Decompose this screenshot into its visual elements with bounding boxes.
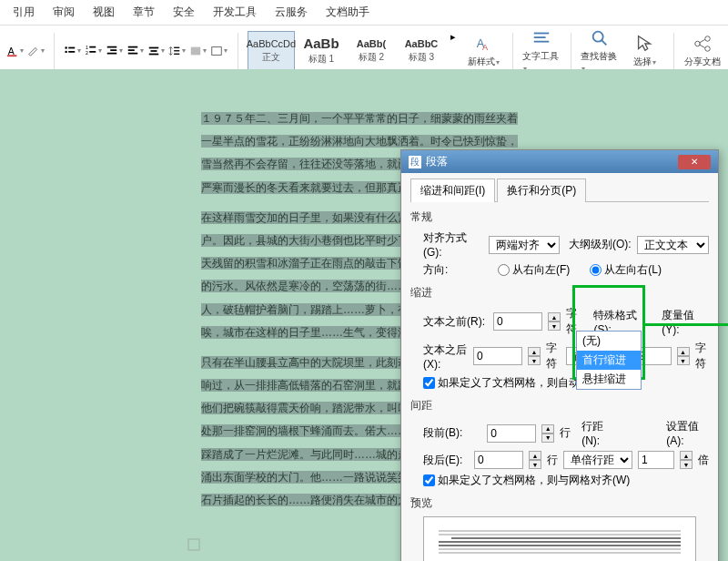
tab-line-page[interactable]: 换行和分页(P) — [497, 178, 586, 202]
indent-after-input[interactable] — [473, 347, 522, 365]
svg-rect-7 — [90, 46, 96, 47]
share-button[interactable]: 分享文档 — [683, 34, 723, 68]
page-tab-icon — [187, 537, 201, 552]
set-value-label: 设置值(A): — [666, 419, 709, 447]
align-label: 对齐方式(G): — [423, 230, 483, 259]
svg-rect-26 — [534, 33, 550, 35]
direction-label: 方向: — [423, 262, 492, 278]
spacing-before-input[interactable] — [487, 424, 536, 443]
align-icon[interactable] — [147, 42, 166, 60]
line-spacing-select[interactable]: 单倍行距 — [563, 451, 632, 469]
dropdown-item-first[interactable]: 首行缩进 — [577, 351, 641, 370]
style-item-h2[interactable]: AaBb(标题 2 — [348, 31, 395, 71]
number-list-icon[interactable]: 12 — [85, 42, 103, 60]
svg-rect-9 — [90, 51, 96, 53]
menu-tab-security[interactable]: 安全 — [164, 2, 204, 23]
select-button[interactable]: 选择 — [625, 34, 664, 68]
menu-tab-chapter[interactable]: 章节 — [124, 2, 164, 23]
menu-tab-devtools[interactable]: 开发工具 — [204, 2, 266, 23]
dropdown-item-hang[interactable]: 悬挂缩进 — [577, 370, 641, 389]
svg-rect-27 — [534, 36, 546, 38]
svg-rect-16 — [149, 46, 159, 48]
svg-point-4 — [66, 50, 67, 52]
set-value-input[interactable] — [638, 451, 674, 469]
svg-rect-5 — [69, 51, 76, 53]
unit-char3: 字符 — [695, 341, 709, 372]
svg-rect-10 — [107, 46, 117, 47]
menu-tabs: 引用 审阅 视图 章节 安全 开发工具 云服务 文档助手 — [0, 0, 728, 26]
amount-label: 度量值(Y): — [662, 308, 709, 336]
indent-left-icon[interactable] — [126, 42, 145, 60]
svg-rect-3 — [69, 46, 76, 48]
style-item-h3[interactable]: AaBbC标题 3 — [398, 31, 445, 71]
spin-up[interactable]: ▲ — [528, 347, 541, 356]
svg-rect-1 — [6, 55, 16, 56]
indent-right-icon[interactable] — [106, 42, 124, 60]
find-replace-button[interactable]: 查找替换 — [581, 28, 620, 73]
svg-rect-33 — [188, 539, 199, 550]
paragraph-group: 12 — [64, 42, 228, 60]
menu-tab-review[interactable]: 审阅 — [44, 2, 84, 23]
svg-text:A: A — [483, 43, 490, 52]
indent-after-label: 文本之后(X): — [423, 342, 468, 371]
spin-up[interactable]: ▲ — [541, 424, 554, 434]
shading-icon[interactable] — [189, 42, 207, 60]
direction-rtl-radio[interactable]: 从左向右(L) — [590, 262, 662, 278]
styles-gallery: AaBbCcDd正文 AaBb标题 1 AaBb(标题 2 AaBbC标题 3 … — [248, 31, 459, 71]
svg-rect-18 — [149, 53, 159, 55]
indent-heading: 缩进 — [410, 285, 709, 301]
general-heading: 常规 — [410, 209, 709, 225]
svg-text:A: A — [7, 45, 14, 56]
tab-indent-spacing[interactable]: 缩进和间距(I) — [410, 178, 495, 202]
unit-bei: 倍 — [698, 453, 709, 468]
unit-line2: 行 — [547, 453, 558, 468]
border-icon[interactable] — [210, 42, 228, 60]
svg-rect-22 — [191, 46, 201, 55]
menu-tab-references[interactable]: 引用 — [4, 2, 44, 23]
spin-down[interactable]: ▼ — [529, 460, 541, 469]
spacing-after-input[interactable] — [474, 451, 523, 469]
preview-pane — [423, 516, 696, 561]
svg-rect-19 — [175, 46, 180, 47]
spin-down[interactable]: ▼ — [548, 321, 561, 331]
close-button[interactable]: ✕ — [678, 155, 711, 169]
bullet-list-icon[interactable] — [64, 42, 82, 60]
special-format-dropdown: (无) 首行缩进 悬挂缩进 — [576, 331, 642, 390]
spin-down[interactable]: ▼ — [528, 356, 541, 365]
dropdown-item-none[interactable]: (无) — [577, 332, 641, 351]
new-style-button[interactable]: AA新样式 — [464, 34, 503, 68]
menu-tab-cloud[interactable]: 云服务 — [266, 2, 317, 23]
spin-up[interactable]: ▲ — [529, 451, 541, 460]
style-item-normal[interactable]: AaBbCcDd正文 — [248, 31, 295, 71]
dialog-title: 段落 — [426, 154, 448, 169]
spacing-after-label: 段后(E): — [423, 453, 469, 468]
highlight-icon[interactable] — [26, 42, 45, 60]
svg-rect-17 — [151, 50, 157, 52]
spin-up[interactable]: ▲ — [548, 312, 561, 321]
svg-rect-11 — [111, 49, 117, 51]
spin-up[interactable]: ▲ — [680, 451, 693, 460]
line-spacing-label: 行距(N): — [581, 419, 615, 447]
dialog-titlebar[interactable]: 段 段落 ✕ — [401, 150, 718, 173]
spin-down[interactable]: ▼ — [680, 460, 693, 469]
outline-select[interactable]: 正文文本 — [637, 236, 709, 254]
unit-line: 行 — [560, 425, 571, 441]
indent-before-input[interactable] — [493, 312, 542, 331]
menu-tab-view[interactable]: 视图 — [84, 2, 124, 23]
svg-rect-21 — [175, 53, 180, 54]
spin-down[interactable]: ▼ — [541, 434, 554, 443]
align-select[interactable]: 两端对齐 — [489, 236, 560, 254]
font-color-icon[interactable]: A — [5, 42, 24, 60]
menu-tab-assistant[interactable]: 文档助手 — [317, 2, 379, 23]
dialog-icon: 段 — [409, 156, 421, 168]
unit-char2: 字符 — [546, 341, 560, 372]
styles-more-icon[interactable]: ▸ — [448, 31, 459, 71]
dialog-tabs: 缩进和间距(I) 换行和分页(P) — [410, 178, 709, 202]
line-spacing-icon[interactable] — [168, 42, 187, 60]
spin-down[interactable]: ▼ — [677, 356, 690, 365]
spin-up[interactable]: ▲ — [677, 347, 690, 356]
spacing-grid-checkbox[interactable]: 如果定义了文档网格，则与网格对齐(W) — [423, 473, 630, 488]
text-tools-button[interactable]: 文字工具 — [522, 28, 561, 73]
style-item-h1[interactable]: AaBb标题 1 — [298, 31, 345, 71]
direction-ltr-radio[interactable]: 从右向左(F) — [498, 262, 570, 278]
